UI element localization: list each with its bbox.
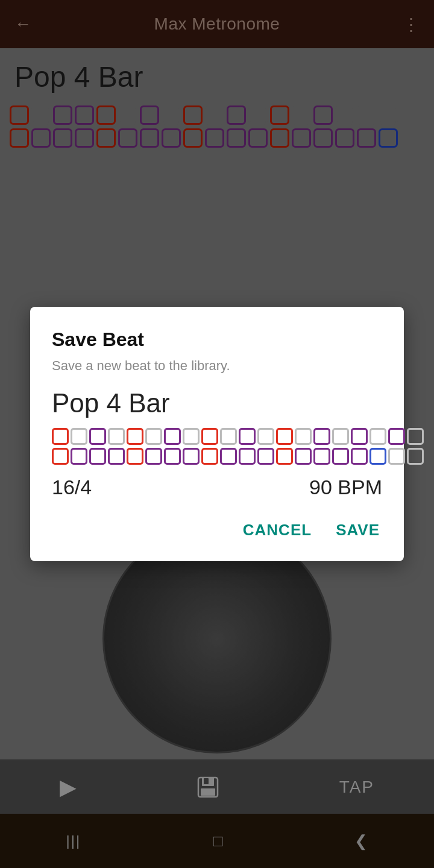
save-beat-dialog: Save Beat Save a new beat to the library… bbox=[30, 307, 404, 561]
dialog-beat-cell[interactable] bbox=[201, 448, 218, 465]
dialog-beat-cell[interactable] bbox=[370, 448, 386, 465]
dialog-beat-cell[interactable] bbox=[201, 428, 218, 445]
save-confirm-button[interactable]: SAVE bbox=[333, 516, 382, 544]
dialog-beat-name: Pop 4 Bar bbox=[52, 388, 382, 418]
dialog-beat-cell[interactable] bbox=[332, 428, 349, 445]
dialog-beat-cell[interactable] bbox=[71, 428, 87, 445]
dialog-beat-cell[interactable] bbox=[276, 448, 293, 465]
dialog-beat-row bbox=[52, 448, 382, 465]
dialog-beat-cell[interactable] bbox=[351, 448, 368, 465]
dialog-beat-cell[interactable] bbox=[257, 428, 274, 445]
cancel-button[interactable]: CANCEL bbox=[241, 516, 314, 544]
dialog-beat-cell[interactable] bbox=[407, 448, 424, 465]
dialog-beat-cell[interactable] bbox=[145, 448, 162, 465]
dialog-beat-cell[interactable] bbox=[351, 428, 368, 445]
dialog-beat-cell[interactable] bbox=[52, 448, 69, 465]
bpm-display: 90 BPM bbox=[309, 476, 382, 499]
dialog-beat-cell[interactable] bbox=[313, 428, 330, 445]
time-signature: 16/4 bbox=[52, 476, 92, 499]
dialog-beat-cell[interactable] bbox=[276, 428, 293, 445]
dialog-beat-cell[interactable] bbox=[239, 428, 256, 445]
dialog-subtitle: Save a new beat to the library. bbox=[52, 358, 382, 374]
dialog-beat-cell[interactable] bbox=[145, 428, 162, 445]
dialog-beat-cell[interactable] bbox=[183, 428, 200, 445]
dialog-beat-cell[interactable] bbox=[220, 428, 237, 445]
dialog-beat-cell[interactable] bbox=[52, 428, 69, 445]
dialog-beat-cell[interactable] bbox=[388, 448, 405, 465]
dialog-beat-cell[interactable] bbox=[89, 448, 106, 465]
dialog-beat-cell[interactable] bbox=[108, 428, 125, 445]
dialog-beat-cell[interactable] bbox=[257, 448, 274, 465]
dialog-beat-cell[interactable] bbox=[71, 448, 87, 465]
dialog-beat-row bbox=[52, 428, 382, 445]
dialog-beat-cell[interactable] bbox=[164, 448, 181, 465]
dialog-beat-cell[interactable] bbox=[313, 448, 330, 465]
dialog-beat-cell[interactable] bbox=[332, 448, 349, 465]
dialog-beat-cell[interactable] bbox=[164, 428, 181, 445]
dialog-beat-cell[interactable] bbox=[89, 428, 106, 445]
dialog-beat-cell[interactable] bbox=[388, 428, 405, 445]
dialog-beat-cell[interactable] bbox=[127, 428, 143, 445]
dialog-overlay: Save Beat Save a new beat to the library… bbox=[0, 0, 434, 868]
dialog-beat-cell[interactable] bbox=[295, 448, 312, 465]
dialog-beat-cell[interactable] bbox=[108, 448, 125, 465]
dialog-beat-cell[interactable] bbox=[239, 448, 256, 465]
dialog-beat-cell[interactable] bbox=[183, 448, 200, 465]
dialog-actions: CANCEL SAVE bbox=[52, 516, 382, 544]
dialog-beat-cell[interactable] bbox=[407, 428, 424, 445]
dialog-title: Save Beat bbox=[52, 329, 382, 351]
dialog-beat-cell[interactable] bbox=[370, 428, 386, 445]
dialog-beat-cell[interactable] bbox=[127, 448, 143, 465]
beat-info: 16/4 90 BPM bbox=[52, 476, 382, 499]
dialog-beat-cell[interactable] bbox=[295, 428, 312, 445]
dialog-beat-cell[interactable] bbox=[220, 448, 237, 465]
dialog-beat-grid bbox=[52, 428, 382, 465]
